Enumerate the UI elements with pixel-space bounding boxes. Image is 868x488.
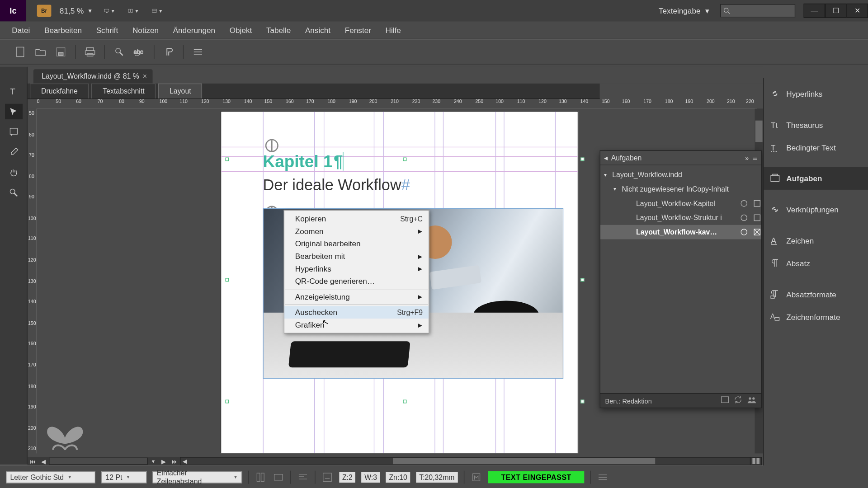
tree-root[interactable]: ▾ Layout_Workflow.indd	[600, 168, 761, 182]
view-options-icon[interactable]: ▼	[152, 5, 163, 16]
ctx-qr-code[interactable]: QR-Code generieren…	[284, 275, 429, 288]
find-icon[interactable]	[113, 46, 125, 58]
close-icon[interactable]: ×	[143, 72, 147, 80]
leading-dropdown[interactable]: Einfacher Zeilenabstand▼	[153, 471, 242, 483]
menu-bearbeiten[interactable]: Bearbeiten	[37, 23, 89, 37]
scrollbar-thumb[interactable]	[755, 121, 763, 142]
screen-mode-icon[interactable]: ▼	[104, 5, 115, 16]
font-size-dropdown[interactable]: 12 Pt▼	[101, 471, 146, 483]
tree-group[interactable]: ▾ Nicht zugewiesener InCopy-Inhalt	[600, 182, 761, 197]
copyfit-icon[interactable]	[470, 471, 482, 483]
tree-item[interactable]: Layout_Workflow-Kapitel	[600, 196, 761, 211]
disclosure-triangle-icon[interactable]: ▾	[613, 186, 619, 192]
panel-expand-icon[interactable]: »	[745, 154, 749, 161]
menu-datei[interactable]: Datei	[5, 23, 38, 37]
tree-item-active[interactable]: Layout_Workflow-kav…	[600, 225, 761, 239]
next-page-button[interactable]: ▶	[159, 458, 170, 465]
panel-collapse-icon[interactable]: ◂	[604, 154, 608, 162]
ctx-auschecken[interactable]: AuscheckenStrg+F9	[284, 306, 429, 319]
dock-absatzformate[interactable]: Absatzformate	[764, 283, 868, 305]
users-icon[interactable]	[747, 396, 756, 405]
selection-handle[interactable]	[580, 400, 584, 404]
prev-page-button[interactable]: ◀	[38, 458, 49, 465]
print-icon[interactable]	[84, 46, 96, 58]
ctx-kopieren[interactable]: KopierenStrg+C	[284, 212, 429, 225]
split-view-button[interactable]	[750, 457, 762, 465]
selection-handle[interactable]	[580, 158, 584, 161]
menu-fenster[interactable]: Fenster	[338, 23, 378, 37]
ctx-hyperlinks[interactable]: Hyperlinks▶	[284, 263, 429, 275]
dock-bedingter-text[interactable]: TBedingter Text	[764, 136, 868, 159]
dock-zeichen[interactable]: AZeichen	[764, 229, 868, 252]
zoom-dropdown[interactable]: 81,5 % ▼	[60, 6, 93, 15]
ctx-original-bearbeiten[interactable]: Original bearbeiten	[284, 237, 429, 250]
toolbar-menu-icon[interactable]	[192, 46, 204, 58]
chapter-heading[interactable]: Kapitel 1¶	[263, 152, 344, 171]
ctx-zoomen[interactable]: Zoomen▶	[284, 225, 429, 238]
horizontal-scrollbar[interactable]: ◀ ▶	[180, 457, 758, 465]
hidden-chars-icon[interactable]	[163, 46, 175, 58]
document-tab[interactable]: Layout_Workflow.indd @ 81 % ×	[33, 69, 153, 84]
selection-handle[interactable]	[225, 400, 229, 404]
dock-absatz[interactable]: Absatz	[764, 252, 868, 274]
bridge-button[interactable]: Br	[37, 5, 52, 17]
first-page-button[interactable]: ⏮	[28, 458, 38, 465]
subtitle-text[interactable]: Der ideale Workflow#	[263, 176, 410, 194]
align-left-icon[interactable]	[297, 471, 309, 483]
update-design-icon[interactable]	[721, 396, 729, 405]
dock-verknuepfungen[interactable]: Verknüpfungen	[764, 198, 868, 221]
eyedropper-tool[interactable]	[5, 145, 23, 160]
ctx-bearbeiten-mit[interactable]: Bearbeiten mit▶	[284, 250, 429, 263]
menu-lines-icon[interactable]	[597, 471, 609, 483]
position-tool[interactable]	[5, 104, 23, 119]
font-family-dropdown[interactable]: Letter Gothic Std▼	[6, 471, 95, 483]
selection-handle[interactable]	[580, 278, 584, 282]
scroll-left-button[interactable]: ◀	[181, 458, 189, 465]
maximize-button[interactable]: ☐	[825, 4, 846, 18]
ctx-anzeigeleistung[interactable]: Anzeigeleistung▶	[284, 291, 429, 303]
refresh-icon[interactable]	[734, 395, 742, 405]
arrange-icon[interactable]: ▼	[128, 5, 139, 16]
save-icon[interactable]	[55, 46, 66, 58]
menu-aenderungen[interactable]: Änderungen	[166, 23, 222, 37]
columns-icon[interactable]	[255, 471, 266, 483]
disclosure-triangle-icon[interactable]: ▾	[604, 172, 610, 178]
workspace-dropdown[interactable]: Texteingabe ▾	[659, 6, 709, 15]
dock-aufgaben[interactable]: Aufgaben	[764, 167, 868, 190]
horizontal-scale-icon[interactable]	[273, 471, 284, 483]
close-button[interactable]: ✕	[847, 4, 868, 18]
menu-schrift[interactable]: Schrift	[89, 23, 125, 37]
minimize-button[interactable]: —	[804, 4, 825, 18]
tab-layout[interactable]: Layout	[158, 84, 203, 99]
type-tool[interactable]: T	[5, 84, 23, 99]
dock-zeichenformate[interactable]: AZeichenformate	[764, 305, 868, 328]
note-tool[interactable]	[5, 124, 23, 140]
zoom-tool[interactable]	[5, 185, 23, 200]
selection-handle[interactable]	[225, 158, 229, 161]
selection-handle[interactable]	[403, 400, 406, 404]
ctx-grafiken[interactable]: Grafiken▶	[284, 319, 429, 331]
menu-hilfe[interactable]: Hilfe	[378, 23, 408, 37]
last-page-button[interactable]: ⏭	[170, 458, 180, 465]
hand-tool[interactable]	[5, 164, 23, 180]
menu-tabelle[interactable]: Tabelle	[259, 23, 298, 37]
spellcheck-icon[interactable]: abc	[133, 46, 145, 58]
new-doc-icon[interactable]	[14, 46, 26, 58]
scrollbar-thumb[interactable]	[393, 458, 655, 464]
dock-thesaurus[interactable]: TtThesaurus	[764, 113, 868, 136]
menu-ansicht[interactable]: Ansicht	[298, 23, 338, 37]
help-search-input[interactable]	[720, 4, 795, 17]
menu-objekt[interactable]: Objekt	[222, 23, 259, 37]
tab-druckfahne[interactable]: Druckfahne	[30, 84, 89, 99]
selection-handle[interactable]	[403, 158, 406, 161]
info-icon[interactable]	[321, 471, 333, 483]
dock-hyperlinks[interactable]: Hyperlinks	[764, 82, 868, 105]
tree-item[interactable]: Layout_Workflow-Struktur i	[600, 211, 761, 225]
selection-handle[interactable]	[225, 278, 229, 282]
tab-textabschnitt[interactable]: Textabschnitt	[91, 84, 156, 99]
open-icon[interactable]	[34, 46, 46, 58]
panel-menu-icon[interactable]: ≣	[752, 154, 758, 162]
menu-notizen[interactable]: Notizen	[125, 23, 166, 37]
page-dropdown-button[interactable]: ▼	[148, 459, 159, 464]
page-number-field[interactable]	[49, 458, 148, 465]
